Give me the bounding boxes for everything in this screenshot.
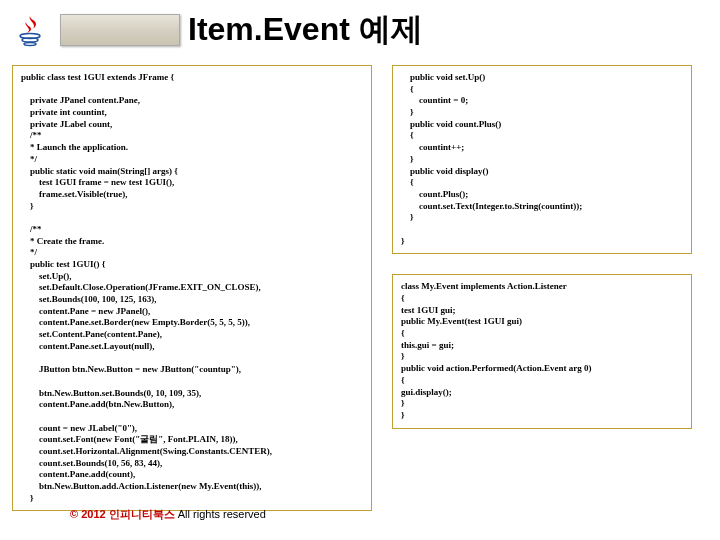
footer: © 2012 인피니티북스 All rights reserved	[70, 507, 266, 522]
svg-point-2	[24, 43, 36, 46]
title-bar-decoration	[60, 14, 180, 46]
page-title: Item.Event 예제	[188, 8, 423, 52]
svg-point-1	[22, 38, 38, 42]
left-column: public class test 1GUI extends JFrame { …	[12, 65, 372, 511]
right-column: public void set.Up() { countint = 0; } p…	[392, 65, 692, 511]
java-logo-icon	[10, 10, 50, 50]
code-block-right-1: public void set.Up() { countint = 0; } p…	[392, 65, 692, 254]
code-block-right-2: class My.Event implements Action.Listene…	[392, 274, 692, 428]
content-area: public class test 1GUI extends JFrame { …	[0, 60, 720, 516]
copyright-text: © 2012 인피니티북스	[70, 508, 175, 520]
header: Item.Event 예제	[0, 0, 720, 60]
rights-text: All rights reserved	[175, 508, 266, 520]
code-block-left: public class test 1GUI extends JFrame { …	[12, 65, 372, 511]
